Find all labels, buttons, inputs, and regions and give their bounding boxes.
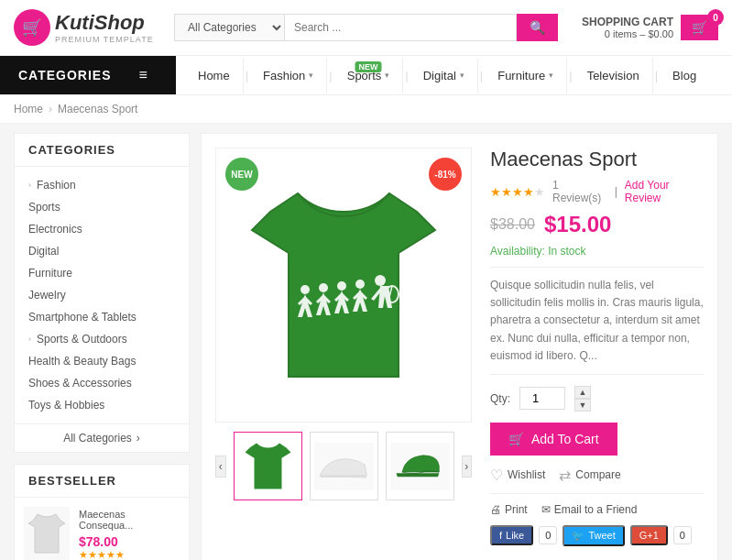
breadcrumb-current: Maecenas Sport: [58, 103, 137, 115]
list-item[interactable]: Furniture: [15, 262, 189, 284]
googleplus-count: 0: [673, 526, 692, 544]
logo-text: KutiShop PREMIUM TEMPLATE: [55, 11, 154, 44]
svg-point-10: [355, 280, 365, 289]
product-title: Maecenas Sport: [490, 148, 704, 171]
stock-status: In stock: [548, 245, 585, 258]
logo-name: KutiShop: [55, 11, 154, 35]
product-thumbnail: [24, 507, 70, 560]
twitter-icon: 🐦: [572, 530, 585, 542]
thumbnail-item[interactable]: [310, 432, 378, 500]
nav-fashion[interactable]: Fashion ▾: [250, 58, 327, 93]
compare-link[interactable]: ⇄ Compare: [559, 467, 620, 484]
quantity-label: Qty:: [490, 392, 510, 405]
search-button[interactable]: 🔍: [517, 14, 558, 41]
nav-categories-button[interactable]: CATEGORIES ≡: [0, 56, 176, 94]
add-review-link[interactable]: Add Your Review: [625, 179, 704, 204]
new-badge: NEW: [225, 158, 258, 191]
categories-label: CATEGORIES: [18, 68, 112, 82]
bestseller-image: [24, 507, 70, 560]
bestseller-price: $78.00: [79, 534, 180, 549]
cart-label: SHOPPING CART 0 items – $0.00: [582, 16, 673, 39]
categories-section: CATEGORIES › Fashion Sports Electronics …: [14, 133, 190, 453]
quantity-input[interactable]: [519, 387, 565, 410]
nav-home[interactable]: Home: [185, 58, 244, 93]
chevron-down-icon: ▾: [385, 71, 389, 80]
facebook-button[interactable]: f Like: [490, 525, 533, 545]
googleplus-button[interactable]: G+1: [630, 525, 668, 545]
list-item[interactable]: Digital: [15, 240, 189, 262]
thumbnail-item[interactable]: [234, 432, 302, 500]
chevron-down-icon: ▾: [460, 71, 464, 80]
price-area: $38.00 $15.00: [490, 212, 704, 237]
list-item[interactable]: Shoes & Accessories: [15, 372, 189, 394]
facebook-icon: f: [499, 530, 502, 541]
list-item[interactable]: Health & Beauty Bags: [15, 350, 189, 372]
svg-point-7: [300, 285, 310, 294]
svg-point-11: [375, 275, 386, 286]
navbar: CATEGORIES ≡ Home | Fashion ▾ | NEW Spor…: [0, 56, 732, 95]
category-dropdown[interactable]: All Categories: [174, 14, 284, 41]
nav-blog[interactable]: Blog: [660, 58, 709, 93]
main-content: CATEGORIES › Fashion Sports Electronics …: [0, 124, 732, 560]
new-badge: NEW: [355, 61, 382, 72]
logo-icon: 🛒: [14, 9, 50, 46]
cart-area: SHOPPING CART 0 items – $0.00 🛒 0: [572, 15, 718, 40]
list-item[interactable]: Electronics: [15, 218, 189, 240]
bestseller-section: BESTSELLER Maecenas Consequa... $78.00 ★…: [14, 464, 190, 560]
action-row: ♡ Wishlist ⇄ Compare: [490, 467, 704, 494]
nav-television[interactable]: Television: [574, 58, 653, 93]
availability: Availability: In stock: [490, 245, 704, 258]
search-area: All Categories 🔍: [174, 14, 558, 41]
email-link[interactable]: ✉ Email to a Friend: [541, 503, 638, 516]
chevron-right-icon: ›: [28, 181, 31, 190]
print-link[interactable]: 🖨 Print: [490, 503, 528, 516]
nav-furniture[interactable]: Furniture ▾: [485, 58, 567, 93]
carousel-next-button[interactable]: ›: [462, 456, 473, 478]
social-row: f Like 0 🐦 Tweet G+1 0: [490, 525, 704, 546]
nav-digital[interactable]: Digital ▾: [410, 58, 478, 93]
breadcrumb-home[interactable]: Home: [14, 103, 43, 115]
add-to-cart-button[interactable]: 🛒 Add To Cart: [490, 423, 617, 456]
compare-icon: ⇄: [559, 467, 571, 484]
all-categories-link[interactable]: All Categories ›: [15, 423, 189, 452]
sidebar: CATEGORIES › Fashion Sports Electronics …: [14, 133, 190, 560]
quantity-row: Qty: ▲ ▼: [490, 386, 704, 412]
product-image-svg: [243, 166, 444, 404]
bestseller-title: BESTSELLER: [15, 465, 189, 498]
quantity-up-button[interactable]: ▲: [574, 386, 591, 399]
thumbnail-carousel: ‹: [215, 432, 472, 500]
carousel-prev-button[interactable]: ‹: [215, 456, 226, 478]
thumbnail-item[interactable]: [386, 432, 454, 500]
twitter-button[interactable]: 🐦 Tweet: [563, 525, 624, 546]
list-item[interactable]: Smartphone & Tablets: [15, 306, 189, 328]
sale-price: $15.00: [544, 212, 611, 237]
header: 🛒 KutiShop PREMIUM TEMPLATE All Categori…: [0, 0, 732, 56]
nav-links: Home | Fashion ▾ | NEW Sports ▾ | Digita…: [176, 58, 718, 93]
svg-point-9: [337, 281, 346, 291]
list-item[interactable]: Sports: [15, 196, 189, 218]
list-item[interactable]: › Fashion: [15, 174, 189, 196]
nav-sports[interactable]: NEW Sports ▾: [334, 58, 404, 93]
list-item[interactable]: Toys & Hobbies: [15, 394, 189, 416]
bestseller-info: Maecenas Consequa... $78.00 ★★★★★: [79, 509, 180, 561]
print-icon: 🖨: [490, 503, 501, 516]
chevron-right-icon: ›: [137, 432, 140, 445]
main-product-image: NEW -81%: [215, 148, 472, 423]
original-price: $38.00: [490, 216, 535, 233]
wishlist-link[interactable]: ♡ Wishlist: [490, 467, 545, 484]
facebook-count: 0: [539, 526, 557, 544]
categories-title: CATEGORIES: [15, 134, 189, 167]
chevron-down-icon: ▾: [309, 71, 313, 80]
quantity-down-button[interactable]: ▼: [574, 399, 591, 412]
product-gallery: NEW -81%: [215, 148, 472, 500]
product-details: Maecenas Sport ★★★★★ 1 Review(s) | Add Y…: [490, 148, 704, 546]
email-icon: ✉: [541, 503, 551, 516]
list-item[interactable]: Jewelry: [15, 284, 189, 306]
cart-badge: 0: [707, 9, 724, 26]
product-area: NEW -81%: [201, 133, 718, 560]
hamburger-icon: ≡: [139, 67, 148, 83]
svg-point-8: [319, 283, 328, 292]
search-input[interactable]: [284, 14, 517, 41]
list-item[interactable]: › Sports & Outdoors: [15, 328, 189, 350]
logo-sub: PREMIUM TEMPLATE: [55, 35, 154, 44]
